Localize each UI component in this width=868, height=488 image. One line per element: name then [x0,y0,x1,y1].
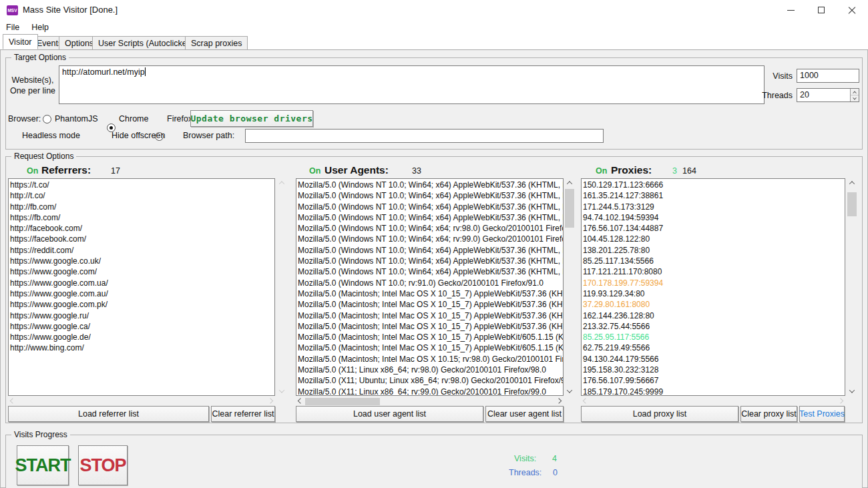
minimize-button[interactable] [775,0,806,20]
user-agent-item[interactable]: Mozilla/5.0 (X11; Ubuntu; Linux x86_64; … [298,375,563,386]
scroll-down-button[interactable] [847,387,857,396]
radio-phantomjs-label[interactable]: PhantomJS [55,114,98,124]
referrer-item[interactable]: https://www.google.ru/ [10,310,274,321]
referrers-vscrollbar[interactable] [276,178,287,396]
proxy-item[interactable]: 119.93.129.34:80 [583,288,845,299]
scroll-thumb[interactable] [305,398,380,405]
scroll-left-button[interactable] [581,397,590,406]
close-button[interactable] [837,0,867,20]
scroll-down-button[interactable] [564,387,575,396]
proxies-hscrollbar[interactable] [581,397,845,406]
user-agent-item[interactable]: Mozilla/5.0 (Windows NT 10.0; Win64; x64… [298,202,563,212]
referrer-item[interactable]: https://www.google.com.ua/ [10,278,274,288]
spinner-up-button[interactable] [851,89,859,95]
scroll-left-button[interactable] [8,397,17,406]
browser-path-input[interactable] [245,129,604,143]
hide-offscreen-label[interactable]: Hide offscreen [112,131,165,140]
user-agent-item[interactable]: Mozilla/5.0 (Macintosh; Intel Mac OS X 1… [298,310,563,321]
user-agent-item[interactable]: Mozilla/5.0 (Windows NT 10.0; Win64; x64… [298,180,563,190]
proxy-item[interactable]: 150.129.171.123:6666 [583,180,845,190]
user-agents-list[interactable]: Mozilla/5.0 (Windows NT 10.0; Win64; x64… [296,178,564,396]
start-button[interactable]: START [17,445,69,485]
load-referrer-list-button[interactable]: Load referrer list [8,406,209,422]
user-agent-item[interactable]: Mozilla/5.0 (Windows NT 10.0; Win64; x64… [298,234,563,244]
radio-firefox-label[interactable]: Firefox [167,114,192,124]
menu-item-file[interactable]: File [0,20,25,35]
referrer-item[interactable]: https://www.google.com.au/ [10,288,274,299]
scroll-up-button[interactable] [847,178,857,188]
referrer-item[interactable]: http://fb.com/ [10,202,274,212]
scroll-up-button[interactable] [564,178,575,188]
proxy-item[interactable]: 213.32.75.44:5566 [583,321,845,332]
scroll-thumb[interactable] [847,192,857,216]
user-agent-item[interactable]: Mozilla/5.0 (Macintosh; Intel Mac OS X 1… [298,321,563,332]
proxies-list[interactable]: 150.129.171.123:6666161.35.214.127:38861… [581,178,845,396]
user-agent-item[interactable]: Mozilla/5.0 (Windows NT 10.0; Win64; x64… [298,212,563,223]
proxy-item[interactable]: 176.56.107.99:56667 [583,375,845,386]
referrer-item[interactable]: https://facebook.com/ [10,234,274,244]
referrer-item[interactable]: http://facebook.com/ [10,223,274,234]
clear-user-agent-list-button[interactable]: Clear user agent list [485,406,564,422]
user-agent-item[interactable]: Mozilla/5.0 (Windows NT 10.0; Win64; x64… [298,245,563,256]
scroll-right-button[interactable] [836,397,845,406]
clear-referrer-list-button[interactable]: Clear referrer list [211,406,275,422]
proxy-item[interactable]: 185.179.170.245:9999 [583,387,845,396]
scroll-right-button[interactable] [266,397,275,406]
scroll-thumb[interactable] [565,189,574,228]
tab-visitor[interactable]: Visitor [3,34,38,49]
load-user-agent-list-button[interactable]: Load user agent list [296,406,483,422]
proxies-vscrollbar[interactable] [847,178,857,396]
scroll-down-button[interactable] [276,387,287,396]
user-agents-hscrollbar[interactable] [296,397,564,406]
proxy-item[interactable]: 138.201.225.78:80 [583,245,845,256]
proxy-item[interactable]: 37.29.80.161:8080 [583,299,845,310]
spinner-down-button[interactable] [851,95,859,101]
tab-user-scripts[interactable]: User Scripts (Autoclicker) [92,36,198,49]
referrer-item[interactable]: https://www.google.com.pk/ [10,299,274,310]
threads-input[interactable]: 20 [797,88,859,102]
user-agent-item[interactable]: Mozilla/5.0 (Macintosh; Intel Mac OS X 1… [298,332,563,342]
proxy-item[interactable]: 104.45.128.122:80 [583,234,845,244]
referrer-item[interactable]: http://t.co/ [10,190,274,201]
radio-chrome-label[interactable]: Chrome [119,114,148,124]
user-agent-item[interactable]: Mozilla/5.0 (Macintosh; Intel Mac OS X 1… [298,288,563,299]
proxy-item[interactable]: 117.121.211.170:8080 [583,266,845,277]
clear-proxy-list-button[interactable]: Clear proxy list [740,406,797,422]
referrer-item[interactable]: https://reddit.com/ [10,245,274,256]
referrer-item[interactable]: http://www.bing.com/ [10,342,274,353]
referrer-item[interactable]: https://www.google.ca/ [10,321,274,332]
referrer-item[interactable]: https://www.google.de/ [10,332,274,342]
user-agent-item[interactable]: Mozilla/5.0 (Macintosh; Intel Mac OS X 1… [298,342,563,353]
referrer-item[interactable]: https://www.google.com/ [10,266,274,277]
proxy-item[interactable]: 162.144.236.128:80 [583,310,845,321]
visits-input[interactable]: 1000 [797,69,859,83]
titlebar[interactable]: MSV Mass Site Visitor [Done.] [0,0,868,20]
scroll-up-button[interactable] [276,178,287,188]
scroll-left-button[interactable] [296,397,305,406]
scroll-right-button[interactable] [554,397,564,406]
test-proxies-button[interactable]: Test Proxies [799,406,845,422]
menu-item-help[interactable]: Help [25,20,55,35]
proxy-item[interactable]: 161.35.214.127:38861 [583,190,845,201]
update-drivers-button[interactable]: Update browser drivers [190,110,313,127]
user-agent-item[interactable]: Mozilla/5.0 (Windows NT 10.0; Win64; x64… [298,190,563,201]
proxy-item[interactable]: 171.244.5.173:3129 [583,202,845,212]
user-agents-vscrollbar[interactable] [564,178,575,396]
threads-spinner[interactable] [850,89,859,101]
user-agent-item[interactable]: Mozilla/5.0 (X11; Linux x86_64; rv:99.0)… [298,387,563,396]
referrer-item[interactable]: https://fb.com/ [10,212,274,223]
proxy-item[interactable]: 85.25.95.117:5566 [583,332,845,342]
user-agent-item[interactable]: Mozilla/5.0 (Windows NT 10.0; Win64; x64… [298,223,563,234]
referrer-item[interactable]: https://t.co/ [10,180,274,190]
stop-button[interactable]: STOP [78,445,128,485]
proxy-item[interactable]: 94.74.102.194:59394 [583,212,845,223]
user-agent-item[interactable]: Mozilla/5.0 (Windows NT 10.0; Win64; x64… [298,266,563,277]
proxy-item[interactable]: 176.56.107.134:44887 [583,223,845,234]
user-agent-item[interactable]: Mozilla/5.0 (Windows NT 10.0; Win64; x64… [298,256,563,266]
websites-textarea[interactable]: http://atomurl.net/myip [59,65,765,104]
tab-scrap-proxies[interactable]: Scrap proxies [185,36,248,49]
referrer-item[interactable]: https://www.google.co.uk/ [10,256,274,266]
user-agent-item[interactable]: Mozilla/5.0 (Macintosh; Intel Mac OS X 1… [298,354,563,364]
proxy-item[interactable]: 94.130.244.179:5566 [583,354,845,364]
user-agent-item[interactable]: Mozilla/5.0 (Windows NT 10.0; rv:91.0) G… [298,278,563,288]
